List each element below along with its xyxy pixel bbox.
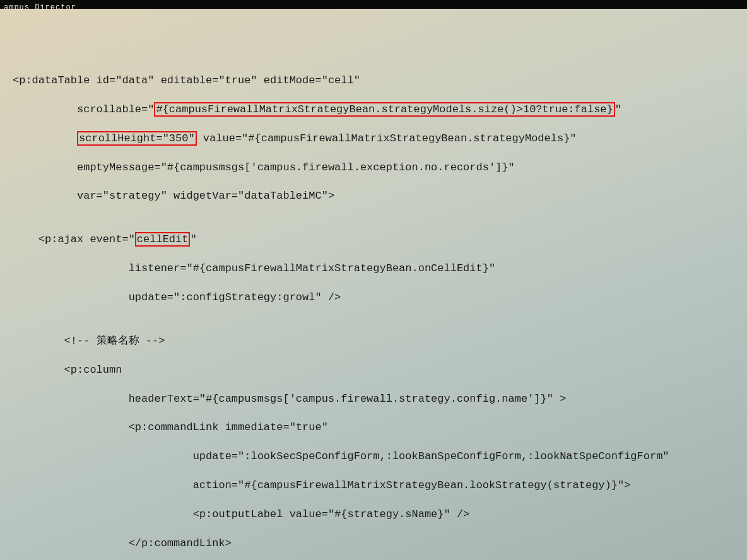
code-text: " [190,233,196,245]
code-line: update=":lookSecSpeConfigForm,:lookBanSp… [13,450,734,464]
code-text: scrollable=" [13,103,154,115]
code-line: <p:ajax event="cellEdit" [13,233,734,247]
code-text: <p:ajax event=" [13,233,135,245]
code-line: listener="#{campusFirewallMatrixStrategy… [13,262,734,276]
code-line: <!-- 策略名称 --> [13,334,734,349]
code-line: <p:dataTable id="data" editable="true" e… [13,74,734,88]
code-line: headerText="#{campusmsgs['campus.firewal… [13,392,734,407]
code-line: action="#{campusFirewallMatrixStrategyBe… [13,479,734,493]
code-line: update=":configStrategy:growl" /> [13,291,734,305]
code-line: </p:commandLink> [13,537,734,551]
code-line: <p:column [13,363,734,378]
highlight-scrollheight: scrollHeight="350" [77,131,197,146]
code-line: <p:outputLabel value="#{strategy.sName}"… [13,508,734,522]
highlight-celledit: cellEdit [135,232,191,247]
code-line: <p:commandLink immediate="true" [13,421,734,435]
code-text [13,132,77,144]
code-line: scrollHeight="350" value="#{campusFirewa… [13,132,734,146]
code-document: <p:dataTable id="data" editable="true" e… [0,9,747,560]
window-titlebar-fragment: ampus Director [0,0,747,9]
code-line: scrollable="#{campusFirewallMatrixStrate… [13,103,734,117]
code-text: value="#{campusFirewallMatrixStrategyBea… [197,132,577,144]
code-text: " [615,103,621,115]
code-line: emptyMessage="#{campusmsgs['campus.firew… [13,161,734,175]
code-line: var="strategy" widgetVar="dataTableiMC"> [13,189,734,204]
highlight-scrollable-expr: #{campusFirewallMatrixStrategyBean.strat… [154,102,615,117]
